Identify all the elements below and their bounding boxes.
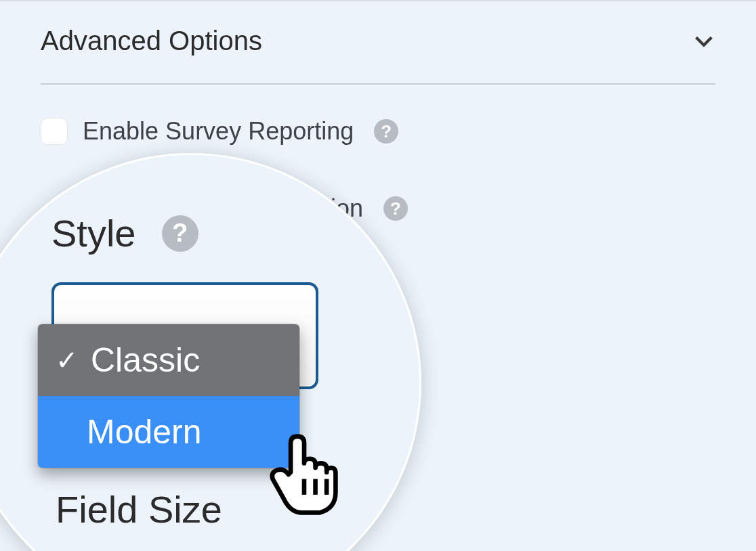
style-label: Style bbox=[51, 211, 136, 255]
section-header[interactable]: Advanced Options bbox=[41, 26, 715, 85]
dropdown-option-label: Classic bbox=[91, 340, 200, 380]
option-label-survey-reporting: Enable Survey Reporting bbox=[83, 117, 354, 146]
help-icon[interactable]: ? bbox=[383, 196, 408, 221]
help-icon[interactable]: ? bbox=[374, 119, 398, 144]
check-icon: ✓ bbox=[56, 347, 79, 374]
chevron-down-icon bbox=[692, 30, 715, 53]
section-title: Advanced Options bbox=[41, 26, 262, 56]
field-size-label: Field Size bbox=[56, 487, 222, 531]
dropdown-option-classic[interactable]: ✓ Classic bbox=[38, 324, 299, 396]
option-row-survey-reporting: Enable Survey Reporting ? bbox=[41, 117, 715, 146]
dropdown-option-label: Modern bbox=[87, 412, 202, 451]
style-label-row: Style ? bbox=[51, 211, 363, 255]
dropdown-option-modern[interactable]: Modern bbox=[38, 396, 299, 468]
style-dropdown: ✓ Classic Modern bbox=[38, 324, 299, 468]
help-icon[interactable]: ? bbox=[162, 215, 198, 252]
checkbox-survey-reporting[interactable] bbox=[41, 118, 68, 145]
